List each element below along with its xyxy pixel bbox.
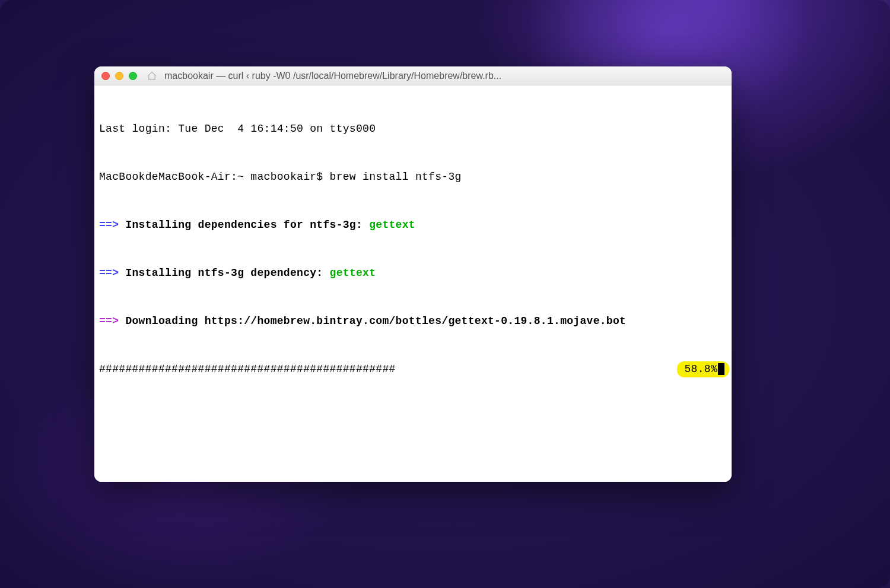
minimize-button[interactable] — [115, 72, 123, 80]
dep-name-1: gettext — [369, 219, 415, 231]
downloading-line: ==> Downloading https://homebrew.bintray… — [99, 313, 727, 329]
install-dep-line: ==> Installing ntfs-3g dependency: gette… — [99, 265, 727, 281]
window-titlebar[interactable]: macbookair — curl ‹ ruby -W0 /usr/local/… — [94, 66, 732, 85]
install-dep-text: Installing ntfs-3g dependency: — [119, 267, 329, 279]
last-login-line: Last login: Tue Dec 4 16:14:50 on ttys00… — [99, 121, 727, 137]
download-url: Downloading https://homebrew.bintray.com… — [119, 315, 626, 327]
progress-line: ########################################… — [99, 361, 727, 377]
brew-arrow: ==> — [99, 267, 119, 279]
brew-arrow: ==> — [99, 219, 119, 231]
terminal-output[interactable]: Last login: Tue Dec 4 16:14:50 on ttys00… — [94, 85, 732, 482]
terminal-window[interactable]: macbookair — curl ‹ ruby -W0 /usr/local/… — [94, 66, 732, 482]
progress-percent: 58.8% — [677, 361, 729, 377]
progress-hashes: ########################################… — [99, 361, 396, 377]
maximize-button[interactable] — [129, 72, 137, 80]
install-deps-text: Installing dependencies for ntfs-3g: — [119, 219, 369, 231]
window-title: macbookair — curl ‹ ruby -W0 /usr/local/… — [164, 71, 724, 81]
traffic-lights — [101, 72, 137, 80]
shell-prompt: MacBookdeMacBook-Air:~ macbookair$ — [99, 171, 330, 183]
home-icon — [147, 71, 157, 81]
brew-arrow: ==> — [99, 315, 119, 327]
prompt-line: MacBookdeMacBook-Air:~ macbookair$ brew … — [99, 169, 727, 185]
dep-name-2: gettext — [330, 267, 376, 279]
install-deps-line: ==> Installing dependencies for ntfs-3g:… — [99, 217, 727, 233]
close-button[interactable] — [101, 72, 110, 80]
command-text: brew install ntfs-3g — [330, 171, 462, 183]
cursor — [718, 363, 724, 375]
